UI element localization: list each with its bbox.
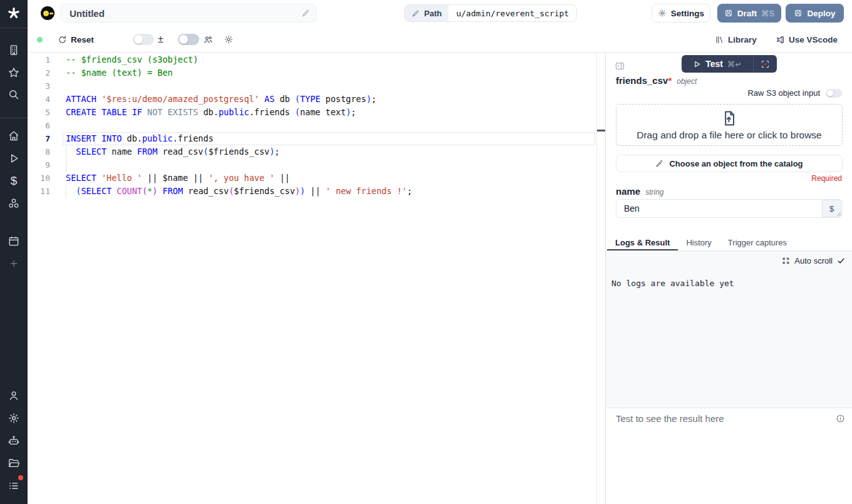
line-number: 9 [28, 158, 50, 172]
capture-icon [761, 59, 770, 69]
tab-trigger-captures[interactable]: Trigger captures [720, 236, 795, 250]
line-number: 5 [28, 106, 50, 119]
name-input-value: Ben [616, 203, 821, 213]
diff-toggle[interactable]: ± [133, 26, 164, 53]
reset-label: Reset [71, 35, 94, 44]
test-button-group: Test ⌘↵ [682, 55, 777, 73]
deploy-button[interactable]: Deploy [786, 4, 844, 23]
test-button[interactable]: Test ⌘↵ [682, 55, 753, 73]
duckdb-language-icon [41, 6, 55, 20]
code-line[interactable]: 11 (SELECT COUNT(*) FROM read_csv($frien… [28, 185, 596, 198]
raw-s3-toggle[interactable] [826, 89, 842, 98]
field-type: object [677, 77, 697, 86]
result-placeholder: Test to see the result here [616, 413, 836, 424]
field-name: friends_csv* [616, 75, 672, 86]
editor-toolbar: Reset ± Library Use VScode [28, 26, 852, 53]
collapse-panel-icon[interactable] [615, 61, 625, 71]
play-icon [693, 60, 701, 68]
capture-trigger-button[interactable] [754, 55, 777, 73]
file-dropzone[interactable]: Drag and drop a file here or click to br… [616, 104, 843, 146]
settings-gear-icon[interactable] [6, 411, 21, 426]
code-line[interactable]: 3 [28, 80, 596, 93]
sidebar: $ [0, 0, 28, 504]
workspace-icon[interactable] [6, 43, 21, 58]
windmill-logo[interactable] [0, 0, 28, 28]
toggle-track[interactable] [133, 34, 154, 45]
windmill-logo-icon [6, 6, 21, 21]
resize-handle[interactable] [836, 212, 841, 217]
code-editor[interactable]: 1-- $friends_csv (s3object)2-- $name (te… [28, 53, 596, 504]
code-line[interactable]: 6 [28, 119, 596, 132]
autoscroll-toggle[interactable]: Auto scroll [782, 256, 845, 265]
workers-bot-icon[interactable] [6, 433, 21, 448]
folders-icon[interactable] [6, 456, 21, 471]
toggle-knob [827, 90, 833, 96]
search-icon[interactable] [6, 87, 21, 102]
notification-badge [17, 474, 24, 481]
line-number: 4 [28, 93, 50, 106]
field-type: string [645, 188, 663, 197]
name-input[interactable]: Ben $ [616, 199, 843, 218]
edit-pencil-icon[interactable] [301, 9, 310, 18]
topbar: Untitled Path u/admin/reverent_script Se… [28, 0, 852, 26]
editor-scrollbar[interactable] [596, 53, 605, 504]
use-vscode-button[interactable]: Use VScode [776, 26, 838, 53]
line-number: 8 [28, 145, 50, 158]
add-plus-icon[interactable] [6, 256, 21, 271]
script-title-input[interactable]: Untitled [60, 4, 317, 23]
plus-minus-icon: ± [158, 34, 164, 45]
field-name-header: name string [616, 186, 664, 197]
code-line[interactable]: 4ATTACH '$res:u/demo/amazed_postgresql' … [28, 93, 596, 106]
deploy-label: Deploy [807, 9, 835, 18]
refresh-icon [58, 35, 67, 44]
code-line[interactable]: 5CREATE TABLE IF NOT EXISTS db.public.fr… [28, 106, 596, 119]
path-button[interactable]: Path u/admin/reverent_script [404, 4, 577, 22]
info-icon[interactable] [836, 414, 845, 423]
home-icon[interactable] [6, 128, 21, 143]
eyedropper-icon [655, 159, 664, 168]
resources-icon[interactable] [6, 196, 21, 211]
schedules-calendar-icon[interactable] [6, 234, 21, 249]
draft-button[interactable]: Draft ⌘S [717, 4, 781, 23]
save-icon [794, 9, 803, 18]
runs-play-icon[interactable] [6, 151, 21, 166]
code-line[interactable]: 2-- $name (text) = Ben [28, 66, 596, 80]
status-dot [37, 37, 43, 43]
logs-panel: Auto scroll No logs are available yet [606, 251, 852, 408]
variables-dollar-icon[interactable]: $ [6, 173, 21, 188]
favorites-star-icon[interactable] [6, 65, 21, 80]
choose-object-button[interactable]: Choose an object from the catalog [616, 155, 843, 172]
users-icon [203, 34, 214, 45]
user-icon[interactable] [6, 388, 21, 403]
draft-label: Draft [737, 9, 757, 18]
library-button[interactable]: Library [715, 26, 757, 53]
required-asterisk: * [668, 75, 672, 86]
raw-s3-label: Raw S3 object input [747, 88, 820, 98]
editor-settings-gear-icon[interactable] [224, 26, 234, 53]
code-line[interactable]: 8 SELECT name FROM read_csv($friends_csv… [28, 145, 596, 158]
code-line[interactable]: 10SELECT 'Hello ' || $name || ', you hav… [28, 172, 596, 185]
toggle-knob [179, 35, 188, 44]
dropzone-label: Drag and drop a file here or click to br… [636, 130, 822, 141]
library-icon [715, 35, 724, 44]
file-upload-icon [720, 110, 738, 127]
vscode-icon [776, 35, 785, 44]
code-lines: 1-- $friends_csv (s3object)2-- $name (te… [28, 53, 596, 198]
tab-history[interactable]: History [678, 236, 719, 250]
choose-object-label: Choose an object from the catalog [669, 159, 803, 168]
code-line[interactable]: 7INSERT INTO db.public.friends [28, 132, 596, 145]
settings-label: Settings [671, 9, 704, 18]
expand-icon [782, 257, 790, 265]
settings-button[interactable]: Settings [652, 4, 710, 23]
app-window: $ Untitled [0, 0, 852, 504]
code-line[interactable]: 1-- $friends_csv (s3object) [28, 53, 596, 66]
path-label-segment: Path [405, 5, 449, 21]
reset-button[interactable]: Reset [58, 26, 94, 53]
multiplayer-toggle[interactable] [178, 26, 214, 53]
line-number: 3 [28, 80, 50, 93]
toggle-track[interactable] [178, 34, 199, 45]
code-line[interactable]: 9 [28, 158, 596, 172]
library-label: Library [728, 35, 757, 44]
edit-pencil-icon [412, 9, 420, 18]
tab-logs-result[interactable]: Logs & Result [607, 236, 678, 250]
